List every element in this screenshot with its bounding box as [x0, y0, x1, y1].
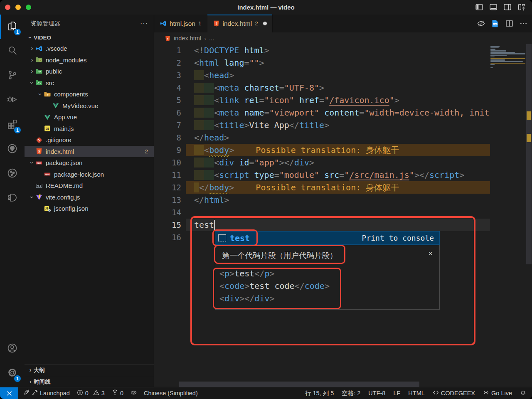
activity-item-search[interactable] — [0, 39, 25, 64]
vertical-scrollbar[interactable] — [526, 44, 532, 264]
tower-icon — [112, 389, 118, 397]
code-line-12[interactable]: 12 </body>Possible translation: 身体躯干 — [154, 181, 490, 194]
code-line-9[interactable]: 9 <body>Possible translation: 身体躯干 — [154, 144, 490, 156]
customize-layout-icon[interactable] — [517, 3, 526, 11]
split-editor-icon[interactable] — [505, 19, 514, 28]
status-screencast[interactable] — [131, 389, 137, 397]
hide-inline-hints-icon[interactable] — [477, 19, 485, 28]
activity-item-run-debug[interactable] — [0, 88, 25, 113]
horizontal-scrollbar[interactable] — [179, 382, 419, 387]
line-number: 16 — [154, 233, 181, 242]
toggle-panel-icon[interactable] — [489, 3, 498, 11]
tree-item-index.html[interactable]: ›5index.html2 — [25, 146, 154, 158]
more-actions-icon[interactable] — [519, 19, 528, 28]
tree-item-components[interactable]: ›components — [25, 89, 154, 100]
php-server-icon[interactable]: PHP — [491, 19, 500, 28]
project-section-header[interactable]: › VIDEO — [25, 32, 154, 43]
tab-html.json[interactable]: html.json1 — [154, 15, 207, 32]
tree-item-.gitignore[interactable]: ›.gitignore — [25, 134, 154, 146]
code-line-1[interactable]: 1<!DOCTYPE html> — [154, 44, 490, 57]
activity-item-github[interactable] — [0, 137, 25, 162]
status-indentation[interactable]: 空格: 2 — [342, 389, 360, 397]
close-icon[interactable]: × — [428, 249, 433, 258]
code-line-11[interactable]: 11 <script type="module" src="/src/main.… — [154, 169, 490, 181]
activity-item-explorer[interactable]: 1 — [0, 15, 25, 39]
line-number: 1 — [154, 46, 181, 55]
status-ports[interactable]: 0 — [112, 389, 123, 397]
line-content: </html> — [181, 195, 229, 205]
breadcrumb-file[interactable]: index.html — [174, 35, 201, 42]
code-editor[interactable]: 1<!DOCTYPE html>2<html lang="">3 <head>4… — [154, 44, 532, 387]
line-number: 14 — [154, 208, 181, 217]
tree-item-label: node_modules — [46, 57, 86, 64]
activity-item-docker[interactable] — [0, 186, 25, 211]
sidebar-more-actions[interactable]: ··· — [140, 20, 148, 27]
tree-item-public[interactable]: ›public — [25, 66, 154, 77]
code-line-8[interactable]: 8</head> — [154, 131, 490, 144]
sidebar-section-时间线[interactable]: ›时间线 — [25, 376, 154, 387]
tree-item-package-lock.json[interactable]: ›npmpackage-lock.json — [25, 169, 154, 180]
tree-item-.vscode[interactable]: ›.vscode — [25, 43, 154, 54]
tree-item-jsconfig.json[interactable]: ›JSjsconfig.json — [25, 203, 154, 214]
sidebar-section-大纲[interactable]: ›大纲 — [25, 364, 154, 376]
status-errors[interactable]: 03 — [77, 389, 105, 397]
code-line-15[interactable]: 15test — [154, 219, 490, 231]
code-line-4[interactable]: 4 <meta charset="UTF-8"> — [154, 81, 490, 94]
status-launchpad[interactable]: Launchpad — [23, 389, 70, 397]
sidebar-title: 资源管理器 — [30, 20, 61, 27]
status-language-pack[interactable]: Chinese (Simplified) — [144, 390, 198, 397]
activity-item-commit-graph[interactable] — [0, 162, 25, 186]
folder-src-file-icon — [35, 79, 43, 86]
code-line-13[interactable]: 13</html> — [154, 194, 490, 206]
modified-dot-icon[interactable] — [263, 22, 267, 25]
code-line-7[interactable]: 7 <title>Vite App</title> — [154, 119, 490, 131]
tree-item-MyVideo.vue[interactable]: ›MyVideo.vue — [25, 100, 154, 112]
jsconfig-file-icon: JS — [44, 205, 51, 212]
svg-text:npm: npm — [45, 173, 49, 175]
remote-indicator[interactable] — [0, 387, 18, 399]
minimap[interactable] — [490, 46, 525, 70]
status-codegeex[interactable]: CODEGEEX — [433, 389, 475, 397]
status-eol[interactable]: LF — [393, 390, 400, 397]
suggest-item-test[interactable]: test Print to console — [215, 231, 440, 245]
tree-item-main.js[interactable]: ›JSmain.js — [25, 123, 154, 135]
tree-item-label: .gitignore — [46, 136, 71, 143]
tree-item-README.md[interactable]: ›README.md — [25, 180, 154, 192]
activity-item-extensions[interactable]: 1 — [0, 113, 25, 137]
toggle-sidebar-icon[interactable] — [475, 3, 484, 11]
tab-bar: html.json15index.html2 PHP — [154, 15, 532, 32]
status-notifications[interactable] — [520, 389, 526, 397]
tab-index.html[interactable]: 5index.html2 — [207, 15, 273, 32]
status-go-live[interactable]: Go Live — [483, 389, 512, 397]
tree-item-App.vue[interactable]: ›App.vue — [25, 111, 154, 123]
status-encoding[interactable]: UTF-8 — [368, 390, 385, 397]
vscode-file-icon — [35, 45, 43, 52]
tree-item-src[interactable]: ›src — [25, 77, 154, 89]
activity-item-accounts[interactable] — [0, 337, 25, 361]
toggle-secondary-sidebar-icon[interactable] — [503, 3, 512, 11]
status-language-mode[interactable]: HTML — [408, 390, 424, 397]
activity-item-settings[interactable]: 1 — [0, 361, 25, 386]
tree-item-node_modules[interactable]: ›jsnode_modules — [25, 54, 154, 66]
code-line-2[interactable]: 2<html lang=""> — [154, 57, 490, 69]
vue-file-icon — [44, 113, 51, 121]
project-name: VIDEO — [34, 34, 51, 41]
tree-item-package.json[interactable]: ›npmpackage.json — [25, 157, 154, 169]
svg-text:npm: npm — [37, 162, 41, 164]
line-content: <body>Possible translation: 身体躯干 — [181, 145, 399, 156]
code-line-14[interactable]: 14 — [154, 206, 490, 219]
breadcrumb-more[interactable]: ... — [209, 35, 214, 42]
tab-label: html.json — [170, 20, 195, 27]
code-line-10[interactable]: 10 <div id="app"></div> — [154, 156, 490, 169]
breadcrumb[interactable]: 5 index.html › ... — [154, 32, 532, 44]
modified-count-badge: 2 — [145, 148, 148, 155]
code-line-6[interactable]: 6 <meta name="viewport" content="width=d… — [154, 106, 490, 119]
line-number: 4 — [154, 83, 181, 92]
status-label: 行 15, 列 5 — [305, 389, 334, 397]
code-line-5[interactable]: 5 <link rel="icon" href="/favicon.ico"> — [154, 94, 490, 106]
code-line-3[interactable]: 3 <head> — [154, 69, 490, 81]
activity-item-source-control[interactable] — [0, 64, 25, 88]
tree-item-vite.config.js[interactable]: ›vite.config.js — [25, 192, 154, 203]
status-cursor-position[interactable]: 行 15, 列 5 — [305, 389, 334, 397]
line-number: 11 — [154, 170, 181, 180]
